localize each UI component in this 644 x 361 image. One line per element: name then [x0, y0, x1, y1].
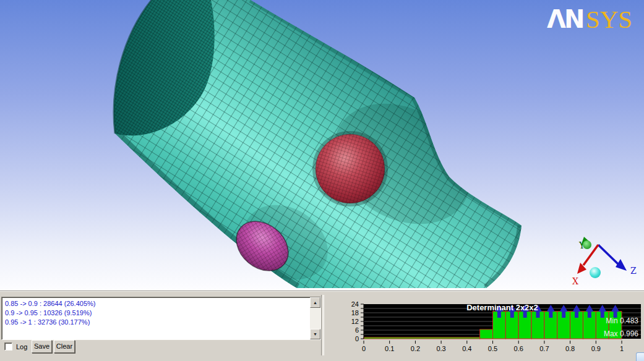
console-lines: 0.85 -> 0.9 : 28644 (26.405%)0.9 -> 0.95… — [2, 297, 309, 339]
console-scrollbar[interactable]: ▲ ▼ — [310, 297, 320, 339]
console-line: 0.9 -> 0.95 : 10326 (9.519%) — [5, 308, 306, 318]
x-tick-label: 0 — [362, 345, 366, 352]
min-value-label: Min 0.483 — [606, 316, 638, 325]
ansys-logo-an: ΛN — [547, 5, 583, 33]
x-tick-label: 0.2 — [411, 345, 420, 352]
console-line: 0.85 -> 0.9 : 28644 (26.405%) — [5, 299, 306, 308]
quality-histogram[interactable]: 0612182400.10.20.30.40.50.60.70.80.91Det… — [324, 291, 644, 361]
red-sphere — [314, 133, 386, 205]
x-tick-label: 0.3 — [436, 345, 445, 352]
x-tick-label: 0.7 — [539, 345, 549, 352]
ansys-logo: ΛN SYS — [547, 5, 632, 33]
y-tick-label: 12 — [351, 318, 359, 325]
log-checkbox[interactable] — [4, 342, 12, 350]
clear-button[interactable]: Clear — [54, 340, 75, 353]
y-tick-label: 0 — [355, 335, 359, 342]
origin-ball — [590, 267, 601, 278]
save-button[interactable]: Save — [32, 340, 52, 353]
axis-y-ball — [583, 240, 591, 249]
ansys-logo-sys: SYS — [586, 5, 632, 33]
x-tick-label: 0.8 — [565, 345, 575, 352]
x-tick-label: 0.6 — [514, 345, 523, 352]
y-tick-label: 6 — [355, 326, 359, 334]
log-console: 0.85 -> 0.9 : 28644 (26.405%)0.9 -> 0.95… — [1, 297, 321, 340]
message-panel: 0.85 -> 0.9 : 28644 (26.405%)0.9 -> 0.95… — [0, 291, 644, 361]
histogram-bar[interactable] — [364, 338, 480, 339]
histogram-title: Determinant 2x2x2 — [466, 303, 538, 312]
histogram-bar[interactable] — [480, 329, 493, 339]
log-checkbox-label: Log — [16, 343, 27, 350]
model-viewport[interactable]: ΛN SYS Y X Z — [0, 0, 644, 291]
y-tick-label: 18 — [351, 309, 359, 316]
scroll-down-button[interactable]: ▼ — [310, 329, 320, 339]
axis-z-label: Z — [630, 266, 637, 276]
max-value-label: Max 0.996 — [604, 329, 638, 338]
axis-x-label: X — [572, 276, 578, 286]
y-tick-label: 24 — [351, 300, 359, 308]
x-tick-label: 0.5 — [488, 345, 497, 352]
console-line: 0.95 -> 1 : 32736 (30.177%) — [5, 318, 306, 327]
x-tick-label: 0.4 — [462, 345, 471, 352]
x-tick-label: 1 — [620, 345, 624, 352]
x-tick-label: 0.9 — [591, 345, 601, 352]
background-window-corner — [636, 352, 644, 361]
x-tick-label: 0.1 — [385, 345, 394, 352]
scroll-up-button[interactable]: ▲ — [310, 297, 320, 308]
